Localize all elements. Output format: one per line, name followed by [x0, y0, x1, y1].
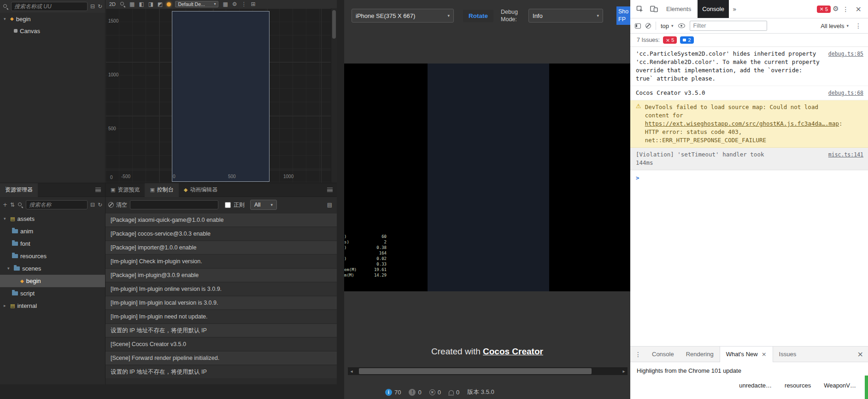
close-tab-icon[interactable]: × — [762, 351, 767, 357]
panel-menu-icon[interactable] — [95, 188, 101, 192]
tree-item-internal[interactable]: ▸ ▤ internal — [0, 300, 105, 312]
rotate-tool-icon[interactable]: ◨ — [148, 1, 153, 7]
game-canvas[interactable] — [428, 64, 549, 291]
horizontal-scrollbar[interactable]: ◂ ▸ — [348, 367, 628, 375]
live-expression-eye-icon[interactable] — [678, 23, 685, 28]
debug-mode-select[interactable]: Info ▾ — [528, 9, 603, 23]
log-levels-select[interactable]: All levels ▾ — [821, 23, 849, 29]
source-link[interactable]: debug.ts:68 — [828, 89, 863, 97]
warning-count-badge[interactable]: ! 0 — [409, 389, 421, 396]
error-count-badge[interactable]: × 0 — [429, 389, 441, 396]
log-row[interactable]: [Package] cocos-service@3.0.3 enable — [106, 227, 337, 240]
scroll-right-icon[interactable]: ▸ — [620, 369, 628, 374]
console-prompt[interactable]: > — [630, 170, 868, 186]
assets-search-input[interactable] — [26, 200, 88, 209]
console-filter-input[interactable] — [690, 21, 767, 31]
scene-vertical-scrollbar[interactable] — [331, 8, 337, 183]
hierarchy-node-canvas[interactable]: Canvas — [0, 25, 105, 37]
log-row[interactable]: [Im-plugin] Im-plugin local version is 3… — [106, 296, 337, 309]
scale-tool-icon[interactable]: ◩ — [158, 1, 163, 7]
render-preset-select[interactable]: Default De... ▾ — [175, 1, 218, 7]
log-row[interactable]: [Im-plugin] Im-plugin online version is … — [106, 283, 337, 295]
show-fps-button[interactable]: Sho FP — [616, 6, 630, 25]
scrollbar-track[interactable] — [355, 367, 620, 375]
device-toolbar-icon[interactable] — [648, 3, 660, 16]
gizmo-highlight-icon[interactable] — [167, 2, 171, 6]
design-canvas[interactable] — [172, 11, 270, 182]
inspect-element-icon[interactable] — [634, 3, 646, 16]
hierarchy-node-begin[interactable]: ▾ ◆ begin — [0, 13, 105, 25]
chevron-down-icon[interactable]: ▾ — [4, 217, 8, 221]
console-sidebar-icon[interactable] — [635, 23, 641, 29]
tab-console[interactable]: ▣ 控制台 — [145, 183, 178, 197]
js-context-select[interactable]: top ▾ — [661, 23, 674, 29]
log-row[interactable]: [Package] importer@1.0.0 enable — [106, 241, 337, 254]
game-viewport[interactable]: )60 s)2 )0.38 164 )0.02 0.33 em(M)19.61 … — [344, 64, 630, 291]
scene-viewport[interactable]: 1500 1000 500 0 -500 0 500 1000 — [106, 8, 331, 183]
log-row[interactable]: [Package] im-plugin@3.0.9 enable — [106, 269, 337, 282]
log-row[interactable]: 设置的 IP 地址不存在，将使用默认 IP — [106, 365, 337, 378]
tree-item-scenes[interactable]: ▾ scenes — [0, 262, 105, 275]
chevron-down-icon[interactable]: ▾ — [4, 17, 8, 21]
scrollbar-thumb[interactable] — [359, 368, 592, 374]
chevron-right-icon[interactable]: ▸ — [4, 304, 8, 308]
tree-item-anim[interactable]: anim — [0, 225, 105, 237]
console-filter-input[interactable] — [130, 200, 218, 209]
hierarchy-search-input[interactable] — [11, 2, 88, 11]
grid-toggle-icon[interactable]: ▦ — [223, 1, 228, 7]
log-row[interactable]: [Package] xiaomi-quick-game@1.0.0 enable — [106, 214, 337, 226]
log-row[interactable]: [Scene] Cocos Creator v3.5.0 — [106, 338, 337, 351]
tree-item-begin[interactable]: ◆ begin — [0, 275, 105, 287]
info-count-badge[interactable]: i 70 — [385, 389, 401, 396]
scroll-left-icon[interactable]: ◂ — [348, 369, 355, 374]
tab-animation-editor[interactable]: ◆ 动画编辑器 — [179, 183, 223, 197]
more-options-icon[interactable]: ⋮ — [841, 6, 851, 12]
source-map-url-link[interactable]: https://ext.wiseghostapp.com/src/ghostKA… — [645, 120, 839, 127]
clear-console-button[interactable]: 清空 — [108, 201, 127, 209]
tab-console[interactable]: Console — [698, 0, 729, 18]
tab-asset-preview[interactable]: ▣ 资源预览 — [106, 183, 145, 197]
refresh-icon[interactable]: ↻ — [98, 202, 102, 208]
source-link[interactable]: misc.ts:141 — [828, 150, 863, 159]
tree-item-font[interactable]: font — [0, 237, 105, 250]
close-devtools-icon[interactable]: × — [853, 6, 864, 13]
regex-checkbox[interactable] — [225, 202, 231, 208]
issues-bar[interactable]: 7 Issues: × 5 2 — [630, 34, 868, 47]
log-row[interactable]: 设置的 IP 地址不存在，将使用默认 IP — [106, 324, 337, 337]
more-icon[interactable]: ⋮ — [241, 1, 247, 7]
tree-item-resources[interactable]: resources — [0, 250, 105, 262]
source-link[interactable]: debug.ts:85 — [828, 50, 863, 58]
bottom-item[interactable]: unredacte… — [739, 382, 772, 389]
drawer-more-icon[interactable]: ⋮ — [630, 351, 646, 358]
export-log-icon[interactable]: ▤ — [327, 202, 332, 208]
device-select[interactable]: iPhone SE(375 X 667) ▾ — [352, 9, 454, 23]
bottom-item[interactable]: WeaponV… — [824, 382, 856, 389]
more-tabs-icon[interactable]: » — [731, 6, 739, 12]
cocos-creator-link[interactable]: Cocos Creator — [483, 347, 543, 356]
collapse-all-icon[interactable]: ⊟ — [90, 202, 95, 208]
zoom-icon[interactable] — [120, 1, 125, 7]
add-asset-icon[interactable]: + — [3, 202, 7, 208]
settings-gear-icon[interactable]: ⚙ — [833, 6, 839, 12]
grid-tool-icon[interactable]: ▦ — [129, 1, 135, 7]
tree-item-script[interactable]: script — [0, 287, 105, 300]
notification-badge[interactable]: 0 — [449, 389, 459, 396]
error-count-badge[interactable]: × 5 — [817, 6, 831, 13]
log-row[interactable]: [Scene] Forward render pipeline initiali… — [106, 352, 337, 364]
scrollbar-indicator[interactable] — [865, 376, 868, 399]
drawer-tab-rendering[interactable]: Rendering — [680, 347, 720, 362]
panel-menu-icon[interactable] — [327, 188, 333, 192]
settings-gear-icon[interactable]: ⚙ — [232, 1, 237, 7]
log-level-select[interactable]: All ▾ — [250, 200, 277, 210]
log-row[interactable]: [Im-plugin] Check im-plugin version. — [106, 255, 337, 268]
tree-item-assets[interactable]: ▾ ▤ assets — [0, 213, 105, 225]
scrollbar-thumb[interactable] — [332, 10, 336, 39]
drawer-tab-console[interactable]: Console — [646, 347, 680, 362]
console-settings-icon[interactable]: ⋮ — [853, 23, 863, 29]
tab-elements[interactable]: Elements — [662, 0, 696, 18]
close-drawer-icon[interactable]: × — [853, 351, 868, 358]
sort-icon[interactable]: ⇅ — [10, 202, 15, 208]
bottom-item[interactable]: resources — [785, 382, 811, 389]
drawer-tab-issues[interactable]: Issues — [773, 347, 803, 362]
tab-assets-manager[interactable]: 资源管理器 — [0, 183, 38, 197]
